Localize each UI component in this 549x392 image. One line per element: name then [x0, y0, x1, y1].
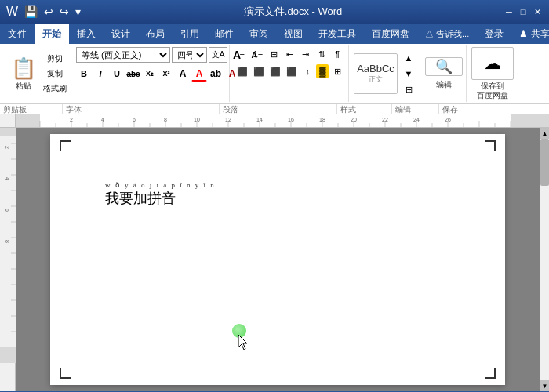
menu-mailings[interactable]: 邮件 [207, 24, 242, 44]
style-normal-box[interactable]: AaBbCc 正文 [354, 53, 398, 94]
svg-rect-1 [16, 114, 40, 127]
corner-tl [60, 140, 71, 151]
paste-button[interactable]: 📋 粘贴 [6, 52, 41, 96]
v-ruler-svg: 2 4 6 8 [0, 128, 16, 363]
menu-review[interactable]: 审阅 [242, 24, 276, 44]
save-baidu-button[interactable]: ☁ [471, 47, 514, 80]
copy-button[interactable]: 复制 [42, 67, 67, 81]
document-page[interactable]: w ǒ y à o j i ā p ī n y ī n 我要加拼音 [50, 134, 505, 385]
window-restore-btn[interactable]: □ [518, 6, 529, 17]
justify-button[interactable]: ⬛ [284, 64, 300, 78]
mouse-cursor [238, 335, 254, 354]
sort-button[interactable]: ⇅ [314, 47, 329, 61]
svg-text:14: 14 [256, 117, 263, 122]
horizontal-ruler: 2 4 6 8 10 12 14 16 18 20 22 24 26 [16, 114, 549, 127]
align-center-button[interactable]: ⬛ [251, 64, 267, 78]
superscript-button[interactable]: X² [158, 66, 174, 82]
svg-text:22: 22 [382, 117, 388, 122]
underline-button[interactable]: U [109, 66, 125, 82]
scroll-up-btn[interactable]: ▲ [540, 128, 549, 139]
font-name-select[interactable]: 等线 (西文正文) [76, 47, 170, 63]
paragraph-group-label: 段落 [220, 104, 337, 115]
style-group: AaBbCc 正文 ▲ ▼ ⊞ [351, 45, 420, 102]
menu-view[interactable]: 视图 [276, 24, 311, 44]
decrease-indent-button[interactable]: ⇤ [282, 47, 297, 61]
align-left-button[interactable]: ⬛ [235, 64, 250, 78]
clipboard-small-buttons: 剪切 复制 格式刷 [42, 53, 67, 96]
format-painter-button[interactable]: 格式刷 [42, 82, 67, 96]
font-size-select[interactable]: 四号 [172, 47, 207, 63]
svg-text:8: 8 [5, 240, 10, 243]
menu-bar: 文件 开始 插入 设计 布局 引用 邮件 审阅 视图 开发工具 百度网盘 △ 告… [0, 24, 549, 44]
increase-indent-button[interactable]: ⇥ [298, 47, 313, 61]
save-quick-btn[interactable]: 💾 [23, 4, 39, 20]
line-spacing-button[interactable]: ↕ [300, 64, 315, 78]
align-right-button[interactable]: ⬛ [267, 64, 283, 78]
border-button[interactable]: ⊞ [329, 64, 345, 78]
window-minimize-btn[interactable]: ─ [504, 6, 514, 17]
menu-design[interactable]: 设计 [104, 24, 138, 44]
edit-group: 🔍 编辑 [422, 45, 467, 102]
menu-tell-me[interactable]: △ 告诉我... [417, 24, 477, 44]
style-scroll-up[interactable]: ▲ [401, 51, 416, 65]
customize-quick-btn[interactable]: ▾ [74, 4, 82, 20]
bullets-button[interactable]: ≡ [235, 47, 249, 61]
save-group-label: 保存 [439, 104, 494, 115]
svg-rect-49 [0, 347, 16, 363]
clear-format-button[interactable]: 文A [209, 47, 227, 63]
svg-text:26: 26 [445, 117, 451, 122]
svg-text:12: 12 [225, 117, 231, 122]
scroll-down-btn[interactable]: ▼ [540, 380, 549, 391]
corner-br [485, 368, 496, 379]
menu-share[interactable]: ♟ 共享 [511, 24, 549, 44]
menu-baidu[interactable]: 百度网盘 [364, 24, 417, 44]
italic-button[interactable]: I [93, 66, 108, 82]
numbering-button[interactable]: 1≡ [250, 47, 265, 61]
page-container: w ǒ y à o j i ā p ī n y ī n 我要加拼音 [16, 128, 540, 391]
align-row: ⬛ ⬛ ⬛ ⬛ ↕ ▓ ⊞ [235, 64, 345, 78]
pinyin-annotation: w ǒ y à o j i ā p ī n y ī n [105, 181, 216, 189]
bold-button[interactable]: B [76, 66, 92, 82]
undo-quick-btn[interactable]: ↩ [42, 4, 55, 20]
menu-insert[interactable]: 插入 [69, 24, 104, 44]
redo-quick-btn[interactable]: ↪ [58, 4, 71, 20]
strikethrough-button[interactable]: abc [125, 66, 141, 82]
highlight-button[interactable]: ab [208, 66, 224, 82]
title-bar: W 💾 ↩ ↪ ▾ 演示文件.docx - Word ─ □ ✕ [0, 0, 549, 24]
find-button[interactable]: 🔍 [425, 57, 463, 76]
show-marks-button[interactable]: ¶ [330, 47, 345, 61]
font-format-row: B I U abc X₂ X² A A ab A [76, 66, 240, 82]
quick-access-toolbar: 💾 ↩ ↪ ▾ [23, 4, 82, 20]
menu-layout[interactable]: 布局 [138, 24, 173, 44]
menu-references[interactable]: 引用 [173, 24, 207, 44]
chinese-main-text: 我要加拼音 [105, 191, 176, 206]
text-block: w ǒ y à o j i ā p ī n y ī n 我要加拼音 [105, 181, 216, 208]
svg-text:6: 6 [133, 117, 136, 122]
svg-text:8: 8 [164, 117, 167, 122]
svg-text:2: 2 [5, 146, 10, 149]
document-content: w ǒ y à o j i ā p ī n y ī n 我要加拼音 [82, 150, 474, 208]
scroll-track [540, 139, 549, 380]
menu-developer[interactable]: 开发工具 [311, 24, 364, 44]
style-more[interactable]: ⊞ [401, 82, 416, 96]
menu-login[interactable]: 登录 [477, 24, 511, 44]
ribbon-content: 📋 粘贴 剪切 复制 格式刷 等线 (西文正文) 四号 [0, 44, 549, 103]
menu-file[interactable]: 文件 [0, 24, 35, 44]
menu-home[interactable]: 开始 [35, 24, 69, 44]
cut-button[interactable]: 剪切 [42, 53, 67, 66]
text-effect-button[interactable]: A [175, 66, 191, 82]
save-baidu-group: ☁ 保存到百度网盘 [468, 45, 517, 102]
multilevel-button[interactable]: ⊞ [267, 47, 282, 61]
svg-text:6: 6 [5, 209, 10, 212]
window-close-btn[interactable]: ✕ [532, 6, 543, 17]
corner-bl [60, 368, 71, 379]
vertical-scrollbar[interactable]: ▲ ▼ [540, 128, 549, 391]
text-color-button[interactable]: A [191, 66, 207, 82]
style-scroll-down[interactable]: ▼ [401, 67, 416, 81]
paste-label: 粘贴 [16, 81, 31, 92]
scroll-thumb[interactable] [540, 139, 549, 186]
svg-rect-47 [0, 128, 16, 363]
shading-button[interactable]: ▓ [316, 64, 329, 78]
subscript-button[interactable]: X₂ [142, 66, 158, 82]
document-title: 演示文件.docx - Word [82, 5, 504, 19]
